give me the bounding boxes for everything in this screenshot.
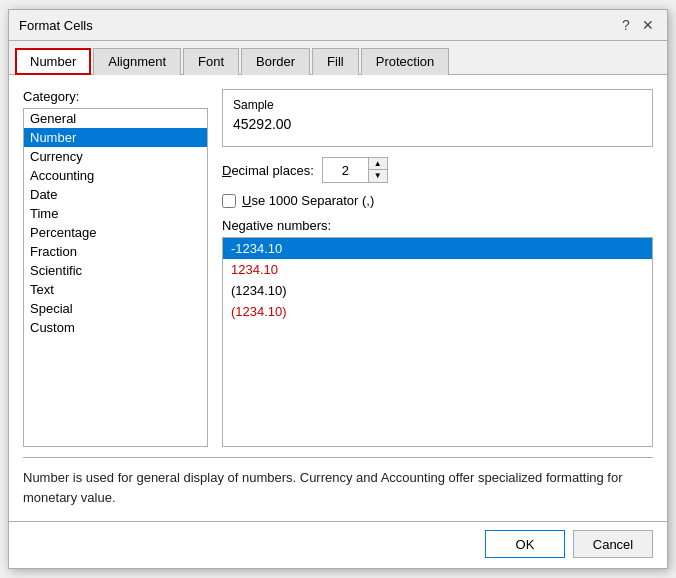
sample-box: Sample 45292.00 (222, 89, 653, 147)
cancel-button[interactable]: Cancel (573, 530, 653, 558)
decimal-input[interactable] (323, 158, 368, 182)
category-general[interactable]: General (24, 109, 207, 128)
separator-label[interactable]: Use 1000 Separator (,) (242, 193, 374, 208)
category-special[interactable]: Special (24, 299, 207, 318)
category-label: Category: (23, 89, 208, 104)
category-panel: Category: General Number Currency Accoun… (23, 89, 208, 447)
category-currency[interactable]: Currency (24, 147, 207, 166)
category-custom[interactable]: Custom (24, 318, 207, 337)
neg-item-2[interactable]: (1234.10) (223, 280, 652, 301)
decimal-row: Decimal places: ▲ ▼ (222, 157, 653, 183)
tab-protection[interactable]: Protection (361, 48, 450, 75)
category-date[interactable]: Date (24, 185, 207, 204)
category-text[interactable]: Text (24, 280, 207, 299)
category-accounting[interactable]: Accounting (24, 166, 207, 185)
separator-row: Use 1000 Separator (,) (222, 193, 653, 208)
tab-number[interactable]: Number (15, 48, 91, 75)
decimal-label: Decimal places: (222, 163, 314, 178)
category-time[interactable]: Time (24, 204, 207, 223)
decimal-input-wrap: ▲ ▼ (322, 157, 388, 183)
tab-border[interactable]: Border (241, 48, 310, 75)
category-fraction[interactable]: Fraction (24, 242, 207, 261)
neg-item-0[interactable]: -1234.10 (223, 238, 652, 259)
category-percentage[interactable]: Percentage (24, 223, 207, 242)
sample-value: 45292.00 (233, 116, 642, 132)
neg-item-1[interactable]: 1234.10 (223, 259, 652, 280)
category-number[interactable]: Number (24, 128, 207, 147)
category-scientific[interactable]: Scientific (24, 261, 207, 280)
description-area: Number is used for general display of nu… (23, 457, 653, 507)
tab-bar: Number Alignment Font Border Fill Protec… (9, 41, 667, 75)
tab-font[interactable]: Font (183, 48, 239, 75)
close-button[interactable]: ✕ (639, 16, 657, 34)
button-row: OK Cancel (9, 521, 667, 568)
separator-checkbox[interactable] (222, 194, 236, 208)
tab-fill[interactable]: Fill (312, 48, 359, 75)
negative-numbers-section: Negative numbers: -1234.10 1234.10 (1234… (222, 218, 653, 447)
title-bar-controls: ? ✕ (617, 16, 657, 34)
ok-button[interactable]: OK (485, 530, 565, 558)
title-bar: Format Cells ? ✕ (9, 10, 667, 41)
main-area: Category: General Number Currency Accoun… (23, 89, 653, 447)
sample-label: Sample (233, 98, 642, 112)
dialog-title: Format Cells (19, 18, 93, 33)
category-list[interactable]: General Number Currency Accounting Date … (23, 108, 208, 447)
negative-numbers-list[interactable]: -1234.10 1234.10 (1234.10) (1234.10) (222, 237, 653, 447)
decimal-down-button[interactable]: ▼ (369, 170, 387, 182)
decimal-spinners: ▲ ▼ (368, 158, 387, 182)
help-button[interactable]: ? (617, 16, 635, 34)
tab-content: Category: General Number Currency Accoun… (9, 75, 667, 521)
negative-numbers-label: Negative numbers: (222, 218, 653, 233)
decimal-up-button[interactable]: ▲ (369, 158, 387, 170)
neg-item-3[interactable]: (1234.10) (223, 301, 652, 322)
tab-alignment[interactable]: Alignment (93, 48, 181, 75)
right-panel: Sample 45292.00 Decimal places: ▲ ▼ (222, 89, 653, 447)
format-cells-dialog: Format Cells ? ✕ Number Alignment Font B… (8, 9, 668, 569)
